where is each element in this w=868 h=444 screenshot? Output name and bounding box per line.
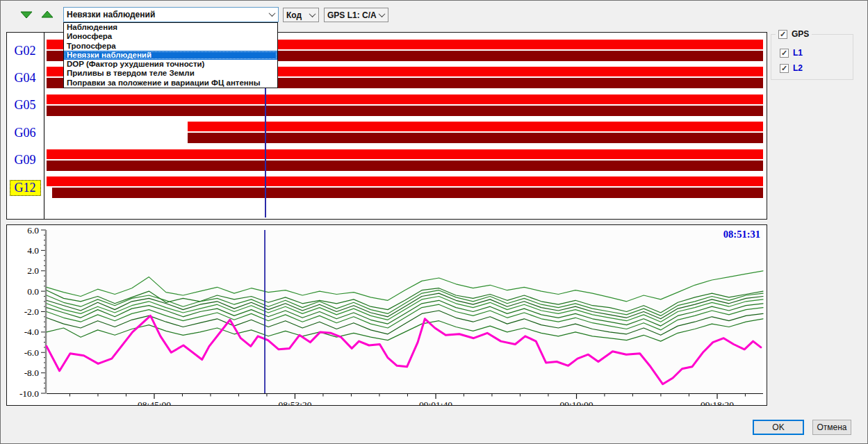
- gps-checkbox[interactable]: ✓: [778, 30, 787, 39]
- chevron-down-icon: [310, 13, 316, 18]
- cursor-timestamp: 08:51:31: [723, 229, 760, 240]
- move-down-button[interactable]: [19, 9, 34, 20]
- l2-row: ✓ L2: [780, 63, 803, 73]
- dropdown-option[interactable]: Поправки за положение и вариации ФЦ анте…: [64, 79, 277, 88]
- y-tick-label: -6.0: [24, 347, 40, 358]
- ok-button[interactable]: OK: [753, 420, 804, 435]
- plot-type-value: Невязки наблюдений: [67, 10, 155, 19]
- chevron-down-icon: [379, 13, 385, 18]
- gps-label: GPS: [792, 29, 809, 39]
- y-tick-label: 2.0: [27, 265, 39, 276]
- l2-checkbox[interactable]: ✓: [780, 64, 789, 73]
- plot-type-combobox[interactable]: Невязки наблюдений: [63, 7, 279, 22]
- signal-value: GPS L1: C/A: [327, 10, 377, 20]
- chevron-down-icon: [270, 12, 275, 17]
- G09-l1-bar: [47, 149, 763, 159]
- G06-l2-bar: [188, 133, 763, 143]
- G12-l1-bar: [47, 176, 763, 186]
- plot-type-dropdown-list: НаблюденияИоносфераТропосфераНевязки наб…: [63, 22, 278, 88]
- y-tick-label: -8.0: [24, 368, 40, 378]
- y-tick-label: -4.0: [24, 327, 40, 337]
- dropdown-option[interactable]: Невязки наблюдений: [64, 51, 277, 60]
- l1-checkbox[interactable]: ✓: [780, 49, 789, 58]
- dropdown-option[interactable]: Наблюдения: [64, 23, 277, 32]
- G12-l2-bar: [52, 188, 763, 198]
- dropdown-option[interactable]: Ионосфера: [64, 32, 277, 41]
- y-tick-label: -2.0: [24, 306, 40, 317]
- G05-l1-bar: [47, 94, 763, 104]
- l2-label: L2: [793, 63, 803, 73]
- move-up-button[interactable]: [40, 9, 55, 20]
- y-tick-label: 0.0: [27, 286, 39, 297]
- dropdown-option[interactable]: DOP (Фактор ухудшения точности): [64, 60, 277, 69]
- G05-l2-bar: [47, 106, 763, 116]
- signal-combobox[interactable]: GPS L1: C/A: [324, 8, 388, 22]
- l1-label: L1: [793, 48, 803, 58]
- y-tick-label: 6.0: [27, 225, 39, 236]
- dropdown-option[interactable]: Тропосфера: [64, 42, 277, 51]
- x-tick-label: 09:01:40: [419, 400, 452, 405]
- x-tick-label: 08:53:20: [278, 400, 311, 405]
- dropdown-option[interactable]: Приливы в твердом теле Земли: [64, 69, 277, 78]
- x-tick-label: 08:45:00: [138, 400, 171, 405]
- x-tick-label: 09:10:00: [560, 400, 593, 405]
- G09-l2-bar: [47, 161, 763, 171]
- y-tick-label: -10.0: [19, 388, 39, 399]
- cancel-button[interactable]: Отмена: [812, 420, 851, 435]
- gps-group-row: ✓ GPS: [776, 29, 812, 39]
- measurement-combobox[interactable]: Код: [283, 8, 319, 22]
- green-up-triangle-icon: [41, 10, 54, 19]
- green-down-triangle-icon: [20, 10, 33, 19]
- residuals-plot: 6.04.02.00.0-2.0-4.0-6.0-8.0-10.008:45:0…: [7, 225, 767, 405]
- residuals-plot-panel: 6.04.02.00.0-2.0-4.0-6.0-8.0-10.008:45:0…: [6, 224, 767, 406]
- measurement-value: Код: [286, 10, 302, 20]
- signal-filter-group: ✓ GPS ✓ L1 ✓ L2: [771, 29, 853, 81]
- analysis-window: Невязки наблюдений НаблюденияИоносфераТр…: [0, 0, 868, 444]
- x-tick-label: 09:18:20: [701, 400, 734, 405]
- y-tick-label: 4.0: [27, 245, 39, 256]
- l1-row: ✓ L1: [780, 48, 803, 58]
- G06-l1-bar: [188, 122, 763, 131]
